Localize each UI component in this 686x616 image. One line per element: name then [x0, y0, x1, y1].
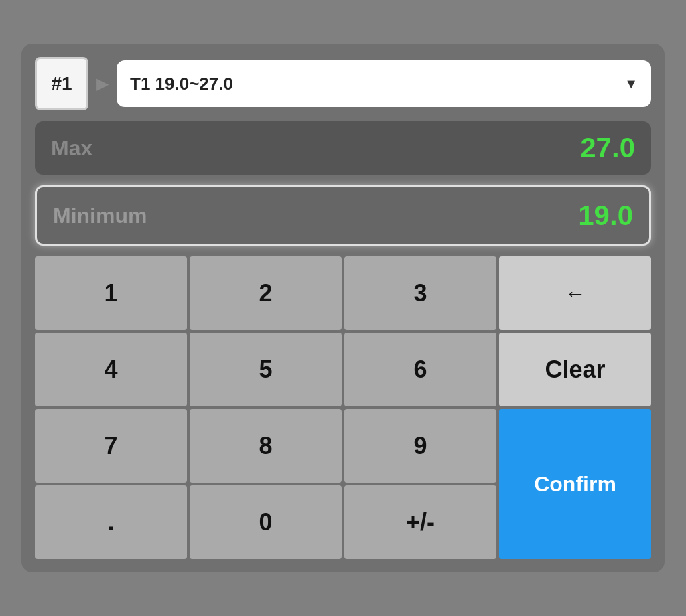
key-1[interactable]: 1: [35, 256, 187, 330]
key-plusminus[interactable]: +/-: [344, 485, 496, 559]
key-3[interactable]: 3: [344, 256, 496, 330]
header-row: #1 ▶ T1 19.0~27.0 ▼: [35, 57, 651, 110]
confirm-label: Confirm: [534, 472, 616, 497]
confirm-button[interactable]: Confirm: [499, 409, 651, 559]
dropdown-selector[interactable]: T1 19.0~27.0 ▼: [117, 60, 651, 107]
key-8[interactable]: 8: [190, 409, 342, 483]
slot-badge: #1: [35, 57, 88, 110]
max-label: Max: [51, 136, 92, 161]
key-7[interactable]: 7: [35, 409, 187, 483]
clear-label: Clear: [545, 356, 605, 384]
min-label: Minimum: [53, 204, 147, 228]
key-2[interactable]: 2: [190, 256, 342, 330]
key-4[interactable]: 4: [35, 333, 187, 406]
backspace-icon: ←: [565, 281, 586, 306]
clear-button[interactable]: Clear: [499, 333, 651, 406]
max-value: 27.0: [580, 132, 635, 164]
backspace-button[interactable]: ←: [499, 256, 651, 330]
key-0[interactable]: 0: [190, 485, 342, 559]
keypad: 1 2 3 ← 4 5 6 Clear 7 8 9 Confirm . 0 +/…: [35, 256, 651, 559]
key-9[interactable]: 9: [344, 409, 496, 483]
min-value: 19.0: [578, 200, 633, 232]
key-dot[interactable]: .: [35, 485, 187, 559]
dropdown-arrow-icon: ▼: [624, 76, 638, 92]
min-field[interactable]: Minimum 19.0: [35, 185, 651, 246]
slot-label: #1: [51, 73, 72, 94]
key-6[interactable]: 6: [344, 333, 496, 406]
next-arrow-icon: ▶: [96, 74, 109, 93]
key-5[interactable]: 5: [190, 333, 342, 406]
main-container: #1 ▶ T1 19.0~27.0 ▼ Max 27.0 Minimum 19.…: [21, 44, 665, 572]
max-field: Max 27.0: [35, 121, 651, 175]
dropdown-label: T1 19.0~27.0: [130, 74, 233, 94]
